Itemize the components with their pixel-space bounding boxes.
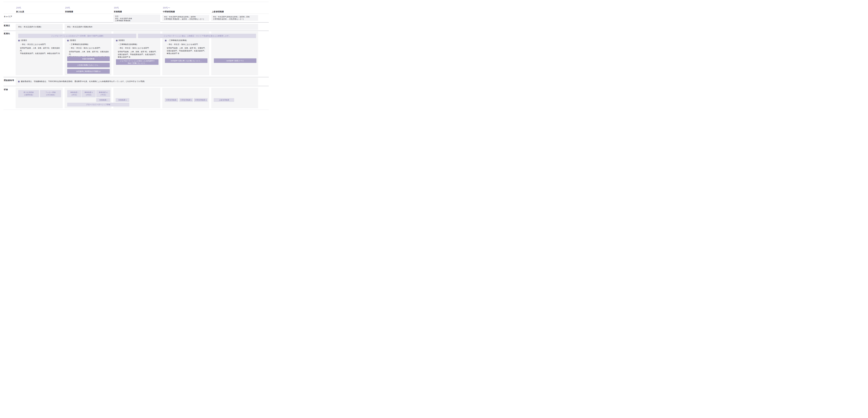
dept2-title: 2部署目 [70, 39, 76, 42]
divider-below-qualifications [3, 86, 269, 86]
placement-banner: ジョブローテーション後は、人物適正・キャリア育成等を踏まえ人材配置します。 [138, 34, 256, 38]
office-box-overseas: 本社・本支店(国内で業務)/海外 [65, 24, 258, 30]
career-path-diagram: 20代 新入社員 20代 実務職層 30代 実務職層 30代〜 中間管理職層 上… [0, 0, 272, 116]
dept3-bullet2: ・本社・本支店・海外における各部門 [116, 47, 159, 49]
row-label-career: キャリア [4, 15, 12, 18]
training-box-global-leadership: グローバルリーダーシップ研修 [67, 103, 129, 107]
training-box-executive: 上級管理職層 [214, 98, 234, 102]
dept4-bullet2: ・本社・本支店・海外における各部門 [165, 43, 208, 46]
career-box-middle: 本社・本支店部門:課長(担当課長)→ 副部長 工事事務所:事務課長 → 副所長 … [162, 15, 209, 21]
assignment-dept2: 2部署目 ・工事事務所(現場事務) ・本社・本支店・海外における各部門 管理部門… [67, 39, 111, 59]
dept3-title-row: 3部署目 [116, 39, 159, 42]
dept4-detail: 管理部門(総務、人事、財務、経理 等)、営業部門、 営業支援部門、不動産(開発)… [165, 47, 208, 55]
dept1-title: 1部署目 [21, 39, 27, 42]
job-rotation-banner: ジョブローテーション(入社から7〜10年間、国内で3部門を経験) [18, 34, 136, 38]
assignment-dept4: ・工事事務所(現場事務) ・本社・本支店・海外における各部門 管理部門(総務、人… [165, 39, 208, 55]
divider-below-office [3, 31, 269, 31]
dept1-title-row: 1部署目 [18, 39, 62, 42]
training-box-basic3: 事務基礎 III (7年目) [96, 90, 110, 97]
office-box-domestic: 本社・本支店(国内での業務) [16, 24, 63, 30]
training-box-middle2: 中間管理職層 II [179, 98, 193, 102]
dept2-bullet1: ・工事事務所(現場事務) [67, 43, 111, 46]
career-box-senior: 主任 本社・本支店部門:係長 工事事務所:事務係長 [113, 14, 160, 23]
square-bullet-icon [18, 81, 20, 82]
training-box-middle1: 中間管理職層 I [165, 98, 178, 102]
age-label: 30代 [114, 6, 119, 9]
dept4-bullet1: ・工事事務所(現場事務) [167, 39, 187, 42]
training-box-basic2: 事務基礎 II (4年目) [82, 90, 96, 97]
dept1-bullet: ・本社・本支店における各部門 [18, 43, 62, 46]
training-box-middle3: 中間管理職層 III [194, 98, 208, 102]
dept3-detail: 管理部門(総務、人事、財務、経理 等)、営業部門、 営業支援部門、不動産(開発)… [116, 50, 159, 59]
dept3-bullet1: ・工事事務所(現場事務) [116, 43, 159, 46]
row-label-training: 研修 [4, 88, 8, 91]
stage-label: 中間管理職層 [163, 10, 175, 13]
divider-bottom [3, 110, 269, 110]
qualifications-text: 建築業経理士、宅地建物取扱士、TOEIC800点(海外勤務志望者) 通信教育や社… [21, 80, 145, 83]
square-bullet-icon [67, 40, 69, 41]
divider-top [3, 2, 269, 2]
square-bullet-icon [165, 40, 166, 41]
training-box-follow: フォロー研修 (1年目期末) [40, 90, 61, 97]
assignment-dept1: 1部署目 ・本社・本支店における各部門 管理部門(総務、人事、財務、経理 等)、… [18, 39, 62, 55]
career-box-executive: 本社・本支店部門:課長(担当課長)→ 副部長→部長 工事事務所:副所長 → 所長… [211, 15, 258, 21]
square-bullet-icon [18, 40, 20, 41]
dept3-callout: ジョブローテーションが終わった30代前半で 初めて営業になったり… [116, 59, 158, 65]
divider-below-header [3, 13, 269, 14]
row-label-qualifications: 奨励資格等 [4, 79, 14, 82]
stage-label: 実務職層 [114, 10, 122, 13]
dept4-callout: 40代前半で課を率いる立場になったり… [165, 58, 208, 63]
dept2-callout-1: 待望の現場事務! [67, 56, 110, 61]
dept4-title-row: ・工事事務所(現場事務) [165, 39, 208, 42]
row-label-assignment: 配属先 [4, 32, 10, 35]
divider-below-assignment [3, 77, 269, 77]
dept1-detail: 管理部門(総務、人事、財務、経理 等)、営業支援部門、 不動産(開発)部門、生産… [18, 47, 62, 55]
stage-label: 上級管理職層 [212, 10, 224, 13]
training-box-practical1: 実務職層 I [96, 98, 110, 102]
dept2-callout-2: 人生初の転勤になることも… [67, 63, 110, 67]
stage-label: 実務職層 [65, 10, 73, 13]
square-bullet-icon [116, 40, 118, 41]
dept5-callout: 50代前半で部長クラス [214, 58, 256, 63]
training-box-basic1: 事務基礎 I (3年目) [67, 90, 81, 97]
training-panel-col5 [211, 88, 258, 108]
dept3-title: 3部署目 [118, 39, 125, 42]
qualifications-line: 建築業経理士、宅地建物取扱士、TOEIC800点(海外勤務志望者) 通信教育や社… [18, 78, 145, 85]
training-box-practical2: 実務職層 II [116, 98, 129, 102]
office-domestic-text: 本社・本支店(国内での業務) [16, 26, 41, 28]
row-label-office: 配属店 [4, 24, 10, 27]
dept2-bullet2: ・本社・本支店・海外における各部門 [67, 47, 111, 49]
dept2-callout-3: 20代後半に海外駐在の可能性も! [67, 69, 110, 74]
training-box-newcomer: 新入社員研修 (2週間程度) [18, 90, 39, 97]
age-label: 20代 [65, 6, 70, 9]
training-panel-col4 [162, 88, 209, 108]
assignment-dept3: 3部署目 ・工事事務所(現場事務) ・本社・本支店・海外における各部門 管理部門… [116, 39, 159, 59]
age-label: 30代〜 [163, 6, 170, 9]
office-overseas-text: 本社・本支店(国内で業務)/海外 [65, 26, 93, 28]
stage-label: 新入社員 [16, 10, 24, 13]
age-label: 20代 [16, 6, 21, 9]
dept2-title-row: 2部署目 [67, 39, 111, 42]
